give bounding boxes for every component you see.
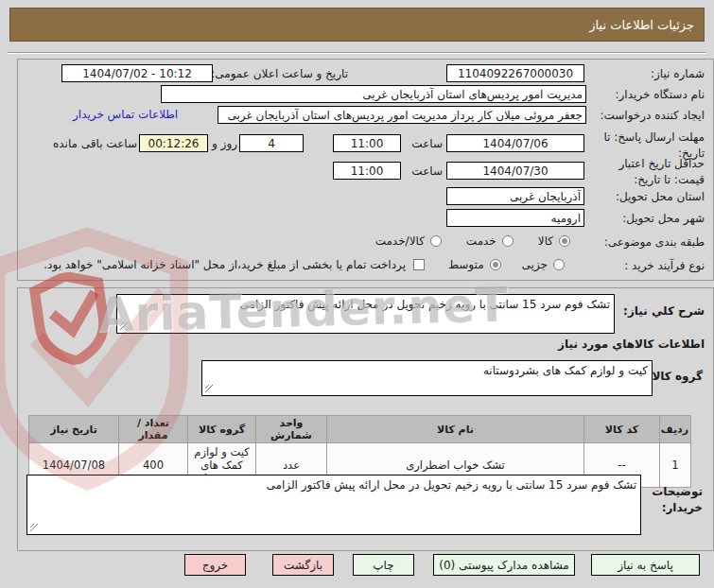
col-need-date: تاریخ نیاز: [29, 416, 119, 443]
goods-service-radio-label: کالا/خدمت: [375, 234, 425, 248]
back-button[interactable]: بازگشت: [272, 554, 334, 576]
medium-radio[interactable]: [490, 259, 501, 270]
description-value: تشک فوم سرد 15 سانتی با رویه زخیم تحویل …: [240, 298, 610, 311]
classification-option-goods-service: کالا/خدمت: [375, 234, 442, 248]
announce-datetime-field[interactable]: 1404/07/02 - 10:12: [61, 64, 213, 82]
validity-hour-label: ساعت: [411, 164, 443, 178]
validity-time-value: 11:00: [351, 164, 384, 178]
description-label: شرح کلي نیاز:: [623, 304, 705, 318]
creator-label: ایجاد کننده درخواست:: [600, 109, 705, 122]
process-type-label: نوع فرآیند خرید :: [624, 259, 705, 272]
buyer-org-label: نام دستگاه خریدار:: [616, 88, 705, 101]
print-button[interactable]: چاپ: [353, 554, 414, 576]
remaining-time-field: 00:12:26: [139, 134, 208, 152]
goods-radio-label: کالا: [538, 234, 553, 248]
treasury-payment-group: پرداخت تمام یا بخشی از مبلغ خرید،از محل …: [44, 258, 425, 271]
service-radio[interactable]: [502, 235, 514, 247]
validity-date-field[interactable]: 1404/07/30: [446, 162, 584, 180]
goods-group-field[interactable]: کیت و لوازم کمک های بشردوستانه: [201, 360, 653, 396]
header-divider: [8, 52, 706, 54]
classification-label: طبقه بندی موضوعی:: [604, 235, 705, 249]
remaining-time-value: 00:12:26: [148, 137, 200, 150]
creator-value: جعفر مروئی میلان کار پرداز مدیریت امور پ…: [228, 109, 583, 122]
medium-radio-label: متوسط: [448, 258, 484, 271]
goods-group-label: گروه کالا:: [648, 370, 703, 383]
need-number-label: شماره نیاز:: [651, 67, 705, 80]
buyer-notes-value: تشک فوم سرد 15 سانتی با رویه زخیم تحویل …: [267, 478, 636, 492]
need-details-page: جزئیات اطلاعات نیاز شماره نیاز: 11040922…: [0, 0, 714, 588]
view-attachments-button[interactable]: مشاهده مدارک پیوستی (0): [433, 554, 575, 576]
announce-datetime-value: 1404/07/02 - 10:12: [82, 67, 192, 80]
creator-field[interactable]: جعفر مروئی میلان کار پرداز مدیریت امور پ…: [218, 106, 586, 124]
col-item-name: نام کالا: [327, 416, 584, 443]
remaining-time-label: ساعت باقی مانده: [53, 137, 137, 150]
province-field[interactable]: آذربایجان غربی: [446, 187, 584, 205]
col-item-group: گروه کالا: [188, 416, 256, 443]
validity-label: حداقل تاریخ اعتبار قیمت: تا تاریخ:: [591, 156, 705, 189]
description-textarea[interactable]: تشک فوم سرد 15 سانتی با رویه زخیم تحویل …: [116, 294, 615, 334]
validity-time-field[interactable]: 11:00: [333, 162, 401, 180]
col-row-number: ردیف: [660, 416, 691, 443]
page-title: جزئیات اطلاعات نیاز: [589, 18, 694, 32]
announce-datetime-label: تاریخ و ساعت اعلان عمومی:: [211, 67, 348, 80]
process-option-medium: متوسط: [448, 258, 501, 271]
buyer-notes-label: توضیحات خریدار:: [640, 484, 703, 517]
deadline-time-field[interactable]: 11:00: [333, 134, 401, 152]
remaining-days-label: روز و: [212, 137, 237, 150]
col-unit: واحد شمارش: [256, 416, 327, 443]
resize-grip-icon: [119, 321, 129, 331]
minor-radio-label: جزیی: [522, 258, 548, 271]
goods-table-header-row: ردیف کد کالا نام کالا واحد شمارش گروه کا…: [29, 416, 691, 443]
treasury-payment-checkbox[interactable]: [413, 259, 425, 270]
remaining-days-value: 4: [268, 137, 275, 150]
deadline-hour-label: ساعت: [411, 137, 443, 150]
minor-radio[interactable]: [553, 259, 565, 270]
classification-option-goods: کالا: [538, 234, 570, 248]
goods-section-title: اطلاعات کالاهاي مورد نیاز: [558, 337, 705, 351]
city-field[interactable]: ارومیه: [446, 209, 584, 227]
deadline-date-value: 1404/07/06: [482, 137, 548, 150]
resize-grip-icon: [29, 523, 39, 532]
province-value: آذربایجان غربی: [510, 190, 581, 203]
exit-button[interactable]: خروج: [184, 554, 246, 576]
goods-service-radio[interactable]: [430, 235, 442, 247]
need-number-value: 1104092267000030: [458, 67, 573, 80]
classification-option-service: خدمت: [466, 234, 514, 248]
city-value: ارومیه: [551, 212, 581, 225]
goods-group-value: کیت و لوازم کمک های بشردوستانه: [483, 364, 648, 377]
col-quantity: تعداد / مقدار: [119, 416, 188, 443]
deadline-time-value: 11:00: [351, 137, 384, 150]
validity-date-value: 1404/07/30: [482, 164, 548, 178]
treasury-payment-label: پرداخت تمام یا بخشی از مبلغ خرید،از محل …: [44, 258, 406, 271]
page-header-bar: جزئیات اطلاعات نیاز: [9, 8, 705, 42]
classification-options: کالا خدمت کالا/خدمت: [375, 234, 570, 248]
deadline-date-field[interactable]: 1404/07/06: [446, 134, 584, 152]
col-item-code: کد کالا: [584, 416, 660, 443]
buyer-contact-link[interactable]: اطلاعات تماس خریدار: [73, 108, 178, 121]
cell-row-number: 1: [660, 443, 691, 488]
remaining-days-field: 4: [239, 134, 304, 152]
city-label: شهر محل تحویل:: [622, 212, 705, 225]
resize-grip-icon: [204, 384, 214, 393]
goods-radio[interactable]: [559, 235, 570, 247]
service-radio-label: خدمت: [466, 234, 496, 248]
respond-button[interactable]: پاسخ به نیاز: [591, 554, 700, 576]
need-number-field[interactable]: 1104092267000030: [446, 64, 584, 82]
buyer-org-value: مدیریت امور پردیس‌های استان آذربایجان غر…: [362, 88, 583, 101]
process-type-options: جزیی متوسط: [448, 258, 565, 271]
province-label: استان محل تحویل:: [616, 190, 705, 203]
process-option-minor: جزیی: [522, 258, 565, 271]
buyer-notes-textarea[interactable]: تشک فوم سرد 15 سانتی با رویه زخیم تحویل …: [26, 475, 641, 535]
buyer-org-field[interactable]: مدیریت امور پردیس‌های استان آذربایجان غر…: [161, 85, 586, 103]
